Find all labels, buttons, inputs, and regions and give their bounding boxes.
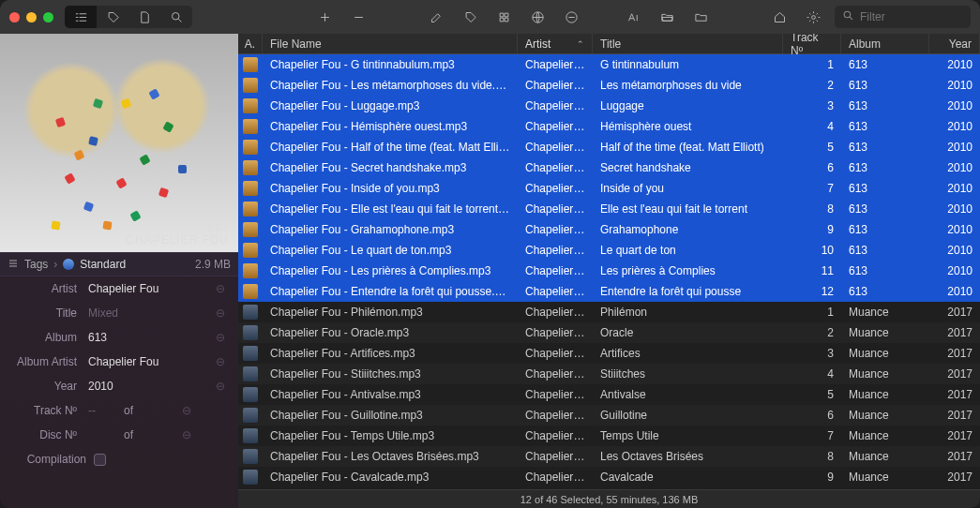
field-menu-icon[interactable]: ⊖ [180,404,193,417]
disc-total-field[interactable] [144,433,173,437]
table-row[interactable]: Chapelier Fou - Philémon.mp3Chapelier Fo… [238,302,980,322]
row-year: 2010 [929,264,980,277]
view-search-button[interactable] [160,6,192,28]
table-row[interactable]: Chapelier Fou - Entendre la forêt qui po… [238,281,980,302]
table-row[interactable]: Chapelier Fou - Les métamorphoses du vid… [238,75,980,96]
settings-button[interactable] [797,6,829,28]
row-title: Artifices [593,347,783,360]
view-tag-button[interactable] [97,6,128,28]
table-row[interactable]: Chapelier Fou - Artifices.mp3Chapelier F… [238,343,980,364]
table-row[interactable]: Chapelier Fou - Hémisphère ouest.mp3Chap… [238,116,980,137]
artist-label: Artist [11,282,77,295]
row-album: Muance [841,450,929,463]
filter-input[interactable] [860,10,980,23]
title-label: Title [11,306,77,320]
col-year[interactable]: Year [929,34,980,53]
row-artist: Chapelier Fou [518,285,593,298]
table-row[interactable]: Chapelier Fou - Luggage.mp3Chapelier Fou… [238,96,980,116]
home-button[interactable] [763,6,795,28]
albumartist-field[interactable]: Chapelier Fou [84,353,206,370]
row-track: 3 [783,99,841,112]
col-track[interactable]: Track Nº [783,34,841,53]
table-row[interactable]: Chapelier Fou - Grahamophone.mp3Chapelie… [238,219,980,240]
table-row[interactable]: Chapelier Fou - G tintinnabulum.mp3Chape… [238,54,980,75]
table-row[interactable]: Chapelier Fou - Les Octaves Brisées.mp3C… [238,446,980,467]
row-album: 613 [841,202,929,216]
row-artist: Chapelier Fou [518,347,593,360]
row-title: Oracle [593,326,783,339]
folder-open-button[interactable] [652,6,684,28]
zoom-window-button[interactable] [43,12,53,22]
row-file: Chapelier Fou - Guillotine.mp3 [263,409,518,422]
col-title[interactable]: Title [593,34,783,53]
field-menu-icon[interactable]: ⊖ [214,282,227,295]
table-row[interactable]: Chapelier Fou - Inside of you.mp3Chapeli… [238,178,980,199]
svg-point-4 [844,11,851,18]
albumartist-label: Album Artist [11,355,77,368]
row-artist: Chapelier Fou [518,161,593,174]
compilation-checkbox[interactable] [94,454,106,466]
album-field[interactable]: 613 [84,329,206,346]
year-field[interactable]: 2010 [84,378,206,395]
field-menu-icon[interactable]: ⊖ [214,306,227,320]
row-art-icon [238,202,263,217]
table-row[interactable]: Chapelier Fou - Guillotine.mp3Chapelier … [238,405,980,426]
view-list-button[interactable] [65,6,97,28]
table-row[interactable]: Chapelier Fou - Les prières à Complies.m… [238,261,980,281]
col-file[interactable]: File Name [263,34,518,53]
table-row[interactable]: Chapelier Fou - Antivalse.mp3Chapelier F… [238,384,980,405]
row-track: 9 [783,223,841,236]
track-field[interactable]: -- [84,402,113,419]
field-menu-icon[interactable]: ⊖ [214,331,227,344]
table-row[interactable]: Chapelier Fou - Secret handshake.mp3Chap… [238,157,980,178]
table-row[interactable]: Chapelier Fou - Elle est l'eau qui fait … [238,199,980,219]
title-field[interactable]: Mixed [84,305,206,321]
col-album[interactable]: Album [841,34,929,53]
cover-art-caption: 613 CHAPELIER FOU [126,220,229,247]
row-year: 2017 [929,306,980,319]
field-menu-icon[interactable]: ⊖ [180,428,193,441]
tag-button[interactable] [455,6,487,28]
table-row[interactable]: Chapelier Fou - Cavalcade.mp3Chapelier F… [238,467,980,487]
filter-search[interactable] [835,6,971,28]
row-year: 2010 [929,120,980,133]
table-row[interactable]: Chapelier Fou - Stiiitches.mp3Chapelier … [238,364,980,384]
track-total-field[interactable] [144,409,173,412]
artist-field[interactable]: Chapelier Fou [84,280,206,297]
edit-button[interactable] [421,6,453,28]
field-menu-icon[interactable]: ⊖ [214,355,227,368]
row-track: 2 [783,326,841,339]
row-year: 2010 [929,223,980,236]
web-button[interactable] [522,6,554,28]
text-case-button[interactable] [618,6,650,28]
row-artist: Chapelier Fou [518,120,593,133]
col-artist[interactable]: Artist⌃ [518,34,593,53]
field-menu-icon[interactable]: ⊖ [214,380,227,393]
table-row[interactable]: Chapelier Fou - Temps Utile.mp3Chapelier… [238,426,980,446]
add-button[interactable] [309,6,340,28]
row-album: 613 [841,161,929,174]
row-artist: Chapelier Fou [518,471,593,484]
disc-field[interactable] [84,433,113,437]
table-body[interactable]: Chapelier Fou - G tintinnabulum.mp3Chape… [238,54,980,489]
track-label: Track Nº [11,404,77,417]
cover-art[interactable]: 613 CHAPELIER FOU [0,34,238,252]
row-artist: Chapelier Fou [518,306,593,319]
minimize-window-button[interactable] [26,12,37,22]
view-file-button[interactable] [128,6,160,28]
close-window-button[interactable] [9,12,20,22]
remove-button[interactable] [342,6,374,28]
row-file: Chapelier Fou - Philémon.mp3 [263,306,518,319]
row-art-icon [238,119,263,134]
row-art-icon [238,346,263,361]
remove-tag-button[interactable] [556,6,588,28]
row-year: 2010 [929,161,980,174]
col-art[interactable]: A. [238,34,263,53]
folder-button[interactable] [686,6,717,28]
table-row[interactable]: Chapelier Fou - Half of the time (feat. … [238,137,980,157]
table-row[interactable]: Chapelier Fou - Le quart de ton.mp3Chape… [238,240,980,261]
row-track: 1 [783,306,841,319]
tag-scope-bar[interactable]: Tags › Standard 2.9 MB [0,252,238,276]
trackno-button[interactable] [489,6,520,28]
table-row[interactable]: Chapelier Fou - Oracle.mp3Chapelier FouO… [238,322,980,343]
